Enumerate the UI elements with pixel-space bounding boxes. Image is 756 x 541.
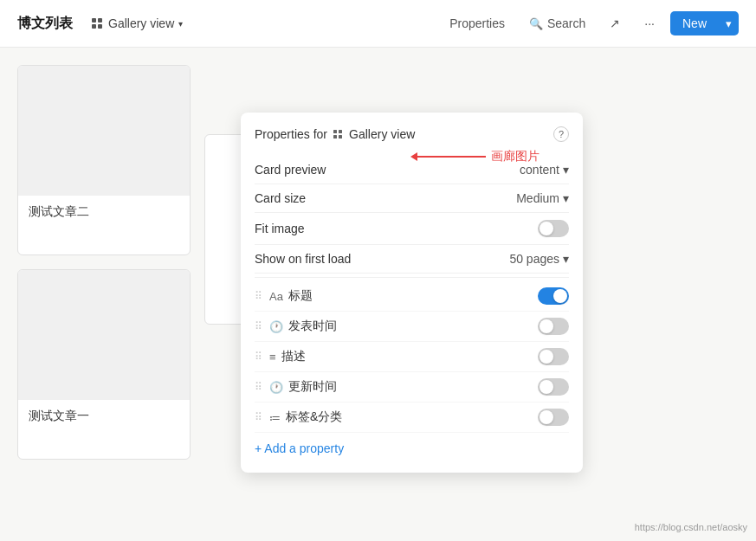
- watermark: https://blog.csdn.net/aosky: [635, 522, 747, 532]
- prop-label-title: 标题: [288, 288, 538, 304]
- prop-type-icon-list: ≔: [269, 411, 281, 424]
- more-button[interactable]: ···: [636, 11, 663, 35]
- toggle-thumb: [540, 380, 553, 394]
- card-size-value[interactable]: Medium ▾: [516, 191, 569, 205]
- card-size-value-text: Medium: [516, 191, 559, 205]
- new-button[interactable]: New: [670, 11, 719, 35]
- svg-rect-3: [98, 24, 102, 29]
- show-on-first-load-row: Show on first load 50 pages ▾: [255, 245, 569, 274]
- toggle-thumb: [553, 289, 567, 303]
- property-item-description: ⠿ ≡ 描述: [255, 342, 569, 372]
- header: 博文列表 Gallery view ▾ Properties 🔍 Search …: [0, 0, 756, 48]
- prop-label-update-time: 更新时间: [288, 379, 538, 395]
- fit-image-toggle[interactable]: [538, 220, 569, 237]
- card-title: 测试文章二: [18, 196, 190, 229]
- gallery-card-2[interactable]: 测试文章二: [17, 65, 191, 255]
- drag-handle-icon: ⠿: [255, 411, 262, 423]
- drag-handle-icon: ⠿: [255, 381, 262, 393]
- svg-rect-0: [92, 18, 96, 23]
- property-item-publish-time: ⠿ 🕐 发表时间: [255, 312, 569, 342]
- show-on-first-load-value-text: 50 pages: [509, 252, 559, 266]
- header-actions: Properties 🔍 Search ↗ ··· New ▾: [441, 11, 739, 35]
- card-image: [18, 270, 190, 400]
- prop-type-icon-clock: 🕐: [269, 320, 283, 333]
- prop-toggle-tags[interactable]: [538, 409, 569, 426]
- drag-handle-icon: ⠿: [255, 351, 262, 363]
- gallery-view-icon: [90, 16, 104, 30]
- toggle-thumb: [540, 222, 553, 235]
- panel-view-name: Gallery view: [349, 127, 415, 141]
- card-size-row: Card size Medium ▾: [255, 184, 569, 213]
- drag-handle-icon: ⠿: [255, 290, 262, 302]
- view-selector[interactable]: Gallery view ▾: [83, 13, 190, 34]
- chevron-down-icon: ▾: [178, 19, 183, 29]
- prop-label-description: 描述: [281, 349, 538, 364]
- card-title: 测试文章一: [18, 400, 190, 433]
- properties-panel: Properties for Gallery view ? Card previ…: [241, 113, 583, 473]
- new-button-group: New ▾: [670, 11, 739, 35]
- card-image: [18, 66, 190, 196]
- page-title: 博文列表: [17, 15, 73, 33]
- chevron-down-icon: ▾: [563, 252, 569, 266]
- prop-label-publish-time: 发表时间: [288, 319, 538, 334]
- svg-rect-1: [98, 18, 102, 23]
- toggle-thumb: [540, 350, 553, 364]
- fit-image-label: Fit image: [255, 222, 305, 235]
- svg-rect-5: [339, 130, 342, 133]
- chevron-down-icon: ▾: [563, 191, 569, 205]
- expand-button[interactable]: ↗: [601, 11, 629, 35]
- card-preview-label: Card preview: [255, 163, 326, 177]
- prop-type-icon-clock2: 🕐: [269, 381, 283, 394]
- svg-rect-4: [333, 130, 337, 133]
- properties-for-text: Properties for: [255, 127, 327, 141]
- drag-handle-icon: ⠿: [255, 320, 262, 332]
- chevron-down-icon: ▾: [563, 163, 569, 177]
- property-item-title: ⠿ Aa 标题: [255, 281, 569, 312]
- svg-rect-2: [92, 24, 96, 29]
- new-dropdown-button[interactable]: ▾: [719, 12, 739, 35]
- card-preview-value-text: content: [520, 163, 559, 177]
- svg-rect-7: [339, 135, 342, 138]
- fit-image-row: Fit image: [255, 213, 569, 245]
- search-icon: 🔍: [529, 17, 543, 30]
- properties-label: Properties: [449, 16, 505, 30]
- panel-divider: [255, 277, 569, 278]
- prop-type-icon-title: Aa: [269, 290, 283, 303]
- property-item-update-time: ⠿ 🕐 更新时间: [255, 372, 569, 403]
- properties-button[interactable]: Properties: [441, 11, 514, 35]
- help-button[interactable]: ?: [553, 126, 569, 142]
- search-button[interactable]: 🔍 Search: [520, 11, 594, 35]
- prop-toggle-update-time[interactable]: [538, 378, 569, 396]
- panel-header-title: Properties for Gallery view: [255, 127, 415, 141]
- svg-rect-6: [333, 135, 337, 138]
- property-items: ⠿ Aa 标题 ⠿ 🕐 发表时间 ⠿ ≡ 描述: [255, 281, 569, 433]
- search-label: Search: [547, 16, 585, 30]
- toggle-thumb: [540, 410, 553, 424]
- panel-header: Properties for Gallery view ?: [255, 126, 569, 142]
- prop-label-tags: 标签&分类: [286, 409, 538, 425]
- prop-toggle-title[interactable]: [538, 287, 569, 305]
- gallery-main: 测试文章二 测试文章一 + New Properties for: [0, 48, 756, 541]
- property-item-tags: ⠿ ≔ 标签&分类: [255, 403, 569, 433]
- expand-icon: ↗: [610, 16, 620, 30]
- card-preview-row: Card preview content ▾: [255, 156, 569, 184]
- gallery-icon-small: [333, 129, 344, 140]
- card-size-label: Card size: [255, 191, 306, 205]
- chevron-icon: ▾: [726, 17, 732, 30]
- add-property-button[interactable]: + Add a property: [255, 433, 569, 459]
- prop-type-icon-text: ≡: [269, 351, 276, 364]
- add-property-label: + Add a property: [255, 441, 344, 455]
- toggle-thumb: [540, 319, 553, 333]
- show-on-first-load-value[interactable]: 50 pages ▾: [509, 252, 569, 266]
- gallery-card-1[interactable]: 测试文章一: [17, 269, 191, 460]
- prop-toggle-description[interactable]: [538, 348, 569, 365]
- more-icon: ···: [644, 16, 655, 30]
- view-label: Gallery view: [108, 16, 174, 30]
- card-preview-value[interactable]: content ▾: [520, 163, 569, 177]
- show-on-first-load-label: Show on first load: [255, 252, 351, 266]
- prop-toggle-publish-time[interactable]: [538, 318, 569, 335]
